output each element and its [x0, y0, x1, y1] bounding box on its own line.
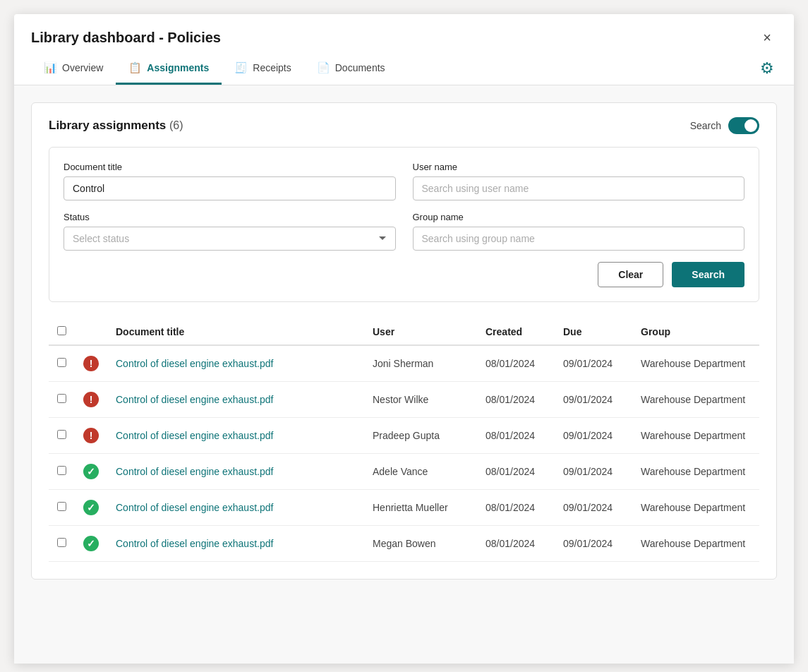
ok-icon: ✓: [83, 464, 99, 479]
row-checkbox[interactable]: [57, 538, 66, 547]
ok-icon: ✓: [83, 536, 99, 551]
tab-overview[interactable]: 📊 Overview: [31, 52, 116, 85]
card-title-area: Library assignments (6): [49, 119, 183, 133]
table-row: !Control of diesel engine exhaust.pdfNes…: [49, 382, 759, 418]
row-user: Pradeep Gupta: [364, 418, 477, 454]
table-area: Document title User Created Due Group !C…: [49, 319, 759, 562]
row-user: Joni Sherman: [364, 345, 477, 382]
group-name-input[interactable]: [413, 227, 745, 251]
search-toggle-label: Search: [690, 120, 721, 131]
doc-title-input[interactable]: [64, 176, 396, 200]
close-button[interactable]: ×: [757, 27, 777, 49]
row-due: 09/01/2024: [555, 382, 632, 418]
tab-overview-label: Overview: [62, 62, 103, 73]
gear-icon: ⚙: [760, 59, 774, 77]
modal-header: Library dashboard - Policies ×: [14, 14, 794, 49]
row-checkbox-cell: [49, 526, 75, 562]
row-user: Nestor Wilke: [364, 382, 477, 418]
row-status-cell: !: [75, 418, 107, 454]
card-header: Library assignments (6) Search: [49, 117, 759, 134]
row-group: Warehouse Department: [632, 526, 759, 562]
toggle-knob: [744, 119, 757, 132]
search-toggle-switch[interactable]: [728, 117, 759, 134]
row-doc-title[interactable]: Control of diesel engine exhaust.pdf: [107, 345, 364, 382]
assignments-table: Document title User Created Due Group !C…: [49, 319, 759, 562]
row-group: Warehouse Department: [632, 345, 759, 382]
row-group: Warehouse Department: [632, 382, 759, 418]
search-button[interactable]: Search: [672, 262, 744, 287]
group-name-label: Group name: [413, 212, 745, 222]
row-status-cell: !: [75, 382, 107, 418]
tab-receipts[interactable]: 🧾 Receipts: [222, 52, 303, 85]
card-count: (6): [169, 119, 183, 131]
documents-icon: 📄: [317, 61, 330, 74]
row-created: 08/01/2024: [477, 454, 555, 490]
status-select[interactable]: Select status: [64, 227, 396, 251]
receipts-icon: 🧾: [234, 61, 248, 74]
row-group: Warehouse Department: [632, 454, 759, 490]
row-checkbox-cell: [49, 382, 75, 418]
col-header-group: Group: [632, 319, 759, 345]
row-due: 09/01/2024: [555, 454, 632, 490]
row-due: 09/01/2024: [555, 418, 632, 454]
row-checkbox[interactable]: [57, 394, 66, 403]
table-header-row: Document title User Created Due Group: [49, 319, 759, 345]
tabs-container: 📊 Overview 📋 Assignments 🧾 Receipts 📄 Do…: [31, 52, 398, 85]
row-checkbox[interactable]: [57, 430, 66, 439]
table-head: Document title User Created Due Group: [49, 319, 759, 345]
table-row: ✓Control of diesel engine exhaust.pdfMeg…: [49, 526, 759, 562]
select-all-checkbox[interactable]: [57, 326, 66, 335]
doc-title-label: Document title: [64, 162, 396, 172]
form-actions: Clear Search: [64, 262, 744, 287]
user-name-input[interactable]: [413, 176, 745, 200]
row-doc-title[interactable]: Control of diesel engine exhaust.pdf: [107, 418, 364, 454]
row-user: Adele Vance: [364, 454, 477, 490]
clear-button[interactable]: Clear: [598, 262, 663, 287]
user-name-label: User name: [413, 162, 745, 172]
row-checkbox-cell: [49, 345, 75, 382]
row-doc-title[interactable]: Control of diesel engine exhaust.pdf: [107, 382, 364, 418]
error-icon: !: [83, 428, 99, 443]
card-title-text: Library assignments: [49, 119, 166, 132]
row-status-cell: ✓: [75, 526, 107, 562]
search-form: Document title User name Status Select s…: [49, 147, 759, 302]
row-checkbox[interactable]: [57, 502, 66, 511]
assignments-icon: 📋: [128, 61, 142, 74]
group-name-group: Group name: [413, 212, 745, 251]
table-row: ✓Control of diesel engine exhaust.pdfAde…: [49, 454, 759, 490]
ok-icon: ✓: [83, 500, 99, 515]
row-created: 08/01/2024: [477, 382, 555, 418]
row-created: 08/01/2024: [477, 526, 555, 562]
row-group: Warehouse Department: [632, 490, 759, 526]
form-row-1: Document title User name: [64, 162, 744, 200]
tab-assignments-label: Assignments: [147, 62, 209, 73]
row-status-cell: !: [75, 345, 107, 382]
row-user: Henrietta Mueller: [364, 490, 477, 526]
row-checkbox[interactable]: [57, 358, 66, 367]
gear-button[interactable]: ⚙: [757, 56, 777, 80]
row-doc-title[interactable]: Control of diesel engine exhaust.pdf: [107, 490, 364, 526]
tab-assignments[interactable]: 📋 Assignments: [116, 52, 222, 85]
col-header-checkbox: [49, 319, 75, 345]
card-title: Library assignments (6): [49, 119, 183, 132]
tab-documents[interactable]: 📄 Documents: [304, 52, 398, 85]
status-label: Status: [64, 212, 396, 222]
col-header-due: Due: [555, 319, 632, 345]
row-checkbox[interactable]: [57, 466, 66, 475]
row-checkbox-cell: [49, 454, 75, 490]
error-icon: !: [83, 392, 99, 407]
assignments-card: Library assignments (6) Search Document …: [31, 102, 777, 580]
modal-window: Library dashboard - Policies × 📊 Overvie…: [14, 14, 794, 664]
col-header-status: [75, 319, 107, 345]
content-area: Library assignments (6) Search Document …: [14, 85, 794, 664]
user-name-group: User name: [413, 162, 745, 200]
table-body: !Control of diesel engine exhaust.pdfJon…: [49, 345, 759, 562]
doc-title-group: Document title: [64, 162, 396, 200]
form-row-2: Status Select status Group name: [64, 212, 744, 251]
row-doc-title[interactable]: Control of diesel engine exhaust.pdf: [107, 526, 364, 562]
col-header-doc-title: Document title: [107, 319, 364, 345]
row-user: Megan Bowen: [364, 526, 477, 562]
row-doc-title[interactable]: Control of diesel engine exhaust.pdf: [107, 454, 364, 490]
row-due: 09/01/2024: [555, 526, 632, 562]
table-row: !Control of diesel engine exhaust.pdfPra…: [49, 418, 759, 454]
